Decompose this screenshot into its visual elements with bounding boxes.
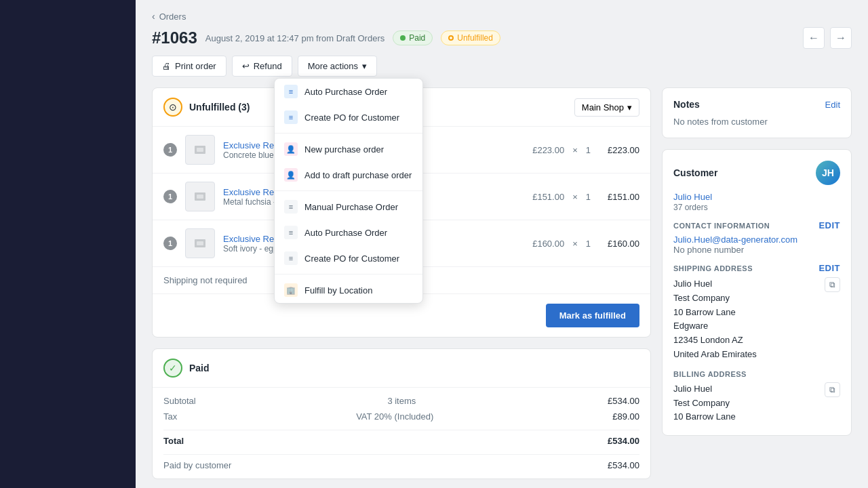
mark-as-fulfilled-button[interactable]: Mark as fulfilled — [546, 304, 639, 327]
order-number: #1063 — [152, 28, 197, 47]
refund-button[interactable]: ↩ Refund — [232, 56, 292, 77]
paid-by-customer-row: Paid by customer £534.00 — [163, 454, 639, 470]
customer-card: Customer JH Julio Huel 37 orders CONTACT… — [662, 149, 852, 436]
shipping-edit-link[interactable]: Edit — [818, 263, 840, 273]
unfulfilled-badge: Unfulfilled — [441, 30, 500, 45]
paid-badge: Paid — [393, 30, 433, 45]
more-actions-dropdown: ≡ Auto Purchase Order ≡ Create PO for Cu… — [274, 78, 423, 304]
item-total-1: £223.00 — [599, 145, 639, 155]
dropdown-item-new-po[interactable]: 👤 New purchase order — [275, 136, 422, 162]
item-image-1 — [185, 135, 215, 165]
svg-rect-3 — [197, 195, 203, 199]
unfulfilled-title: Unfulfilled (3) — [189, 102, 250, 113]
item-total-2: £151.00 — [599, 192, 639, 202]
print-icon: 🖨 — [162, 61, 171, 71]
auto-po-2-icon: ≡ — [284, 226, 298, 239]
shop-selector[interactable]: Main Shop ▾ — [574, 98, 639, 117]
add-draft-po-icon: 👤 — [284, 168, 298, 182]
sidebar — [0, 0, 136, 488]
shop-chevron-icon: ▾ — [627, 102, 632, 113]
billing-address-label: BILLING ADDRESS — [673, 370, 747, 378]
notes-title: Notes — [673, 99, 700, 110]
item-price-3: £160.00 × 1 — [532, 239, 591, 249]
dropdown-item-add-draft-po[interactable]: 👤 Add to draft purchase order — [275, 162, 422, 188]
copy-billing-address-button[interactable]: ⧉ — [825, 382, 840, 397]
prev-order-button[interactable]: ← — [803, 27, 825, 49]
print-order-button[interactable]: 🖨 Print order — [152, 56, 226, 77]
create-po-customer-1-icon: ≡ — [284, 110, 298, 124]
contact-edit-link[interactable]: Edit — [818, 220, 840, 230]
shipping-address-label: SHIPPING ADDRESS — [673, 264, 753, 272]
notes-card: Notes Edit No notes from customer — [662, 87, 852, 138]
notes-edit-link[interactable]: Edit — [825, 100, 840, 110]
billing-address: Julio Huel Test Company 10 Barrow Lane — [673, 382, 736, 424]
dropdown-item-auto-po-2[interactable]: ≡ Auto Purchase Order — [275, 220, 422, 245]
customer-orders: 37 orders — [673, 203, 708, 212]
copy-shipping-address-button[interactable]: ⧉ — [825, 277, 840, 292]
dropdown-item-create-po-customer-1[interactable]: ≡ Create PO for Customer — [275, 104, 422, 130]
tax-row: Tax VAT 20% (Included) £89.00 — [163, 411, 639, 422]
dropdown-item-manual-po[interactable]: ≡ Manual Purchase Order — [275, 194, 422, 220]
order-meta: August 2, 2019 at 12:47 pm from Draft Or… — [205, 33, 384, 43]
fulfill-location-icon: 🏢 — [284, 283, 298, 297]
manual-po-icon: ≡ — [284, 200, 298, 214]
customer-email[interactable]: Julio.Huel@data-generator.com — [673, 235, 797, 245]
paid-title: Paid — [189, 363, 210, 373]
subtotal-row: Subtotal 3 items £534.00 — [163, 396, 639, 406]
item-image-2 — [185, 182, 215, 211]
create-po-customer-2-icon: ≡ — [284, 251, 298, 265]
paid-card: ✓ Paid Subtotal 3 items £534.00 Tax VAT … — [152, 348, 651, 479]
item-qty-badge-1: 1 — [163, 143, 177, 157]
breadcrumb: ‹ Orders — [152, 11, 852, 22]
breadcrumb-orders-link[interactable]: Orders — [159, 12, 186, 22]
chevron-down-icon: ▾ — [362, 61, 367, 71]
item-image-3 — [185, 228, 215, 258]
item-qty-badge-3: 1 — [163, 237, 177, 250]
no-notes-text: No notes from customer — [673, 117, 840, 127]
item-total-3: £160.00 — [599, 239, 639, 249]
dropdown-item-auto-po-1[interactable]: ≡ Auto Purchase Order — [275, 79, 422, 104]
unfulfilled-icon: ⊙ — [163, 98, 182, 117]
paid-icon: ✓ — [163, 359, 182, 378]
customer-phone: No phone number — [673, 245, 840, 255]
new-po-icon: 👤 — [284, 142, 298, 156]
contact-info-label: CONTACT INFORMATION — [673, 222, 770, 230]
svg-rect-1 — [197, 148, 203, 152]
dropdown-item-fulfill-location[interactable]: 🏢 Fulfill by Location — [275, 277, 422, 303]
customer-title: Customer — [673, 167, 717, 178]
item-price-2: £151.00 × 1 — [532, 192, 591, 202]
dropdown-item-create-po-customer-2[interactable]: ≡ Create PO for Customer — [275, 245, 422, 271]
auto-po-1-icon: ≡ — [284, 85, 298, 98]
svg-rect-5 — [197, 241, 203, 245]
more-actions-button[interactable]: More actions ▾ — [298, 56, 377, 77]
refund-icon: ↩ — [242, 61, 250, 71]
total-row: Total £534.00 — [163, 430, 639, 446]
item-qty-badge-2: 1 — [163, 190, 177, 203]
next-order-button[interactable]: → — [830, 27, 852, 49]
item-price-1: £223.00 × 1 — [532, 145, 591, 155]
shipping-address: Julio Huel Test Company 10 Barrow Lane E… — [673, 277, 757, 362]
customer-name-link[interactable]: Julio Huel — [673, 192, 712, 202]
customer-avatar: JH — [816, 161, 840, 185]
